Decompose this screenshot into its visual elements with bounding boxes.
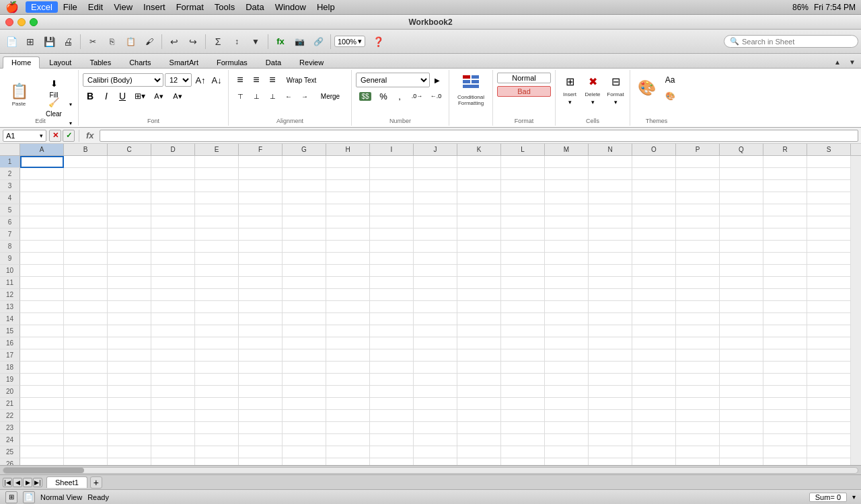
cell-Q12[interactable] (720, 289, 763, 301)
cell-D5[interactable] (151, 204, 195, 216)
cell-M2[interactable] (545, 168, 589, 180)
cell-B3[interactable] (64, 180, 108, 192)
cell-M13[interactable] (545, 301, 589, 313)
cell-C7[interactable] (108, 228, 151, 241)
cell-J23[interactable] (414, 422, 457, 434)
align-middle-btn[interactable]: ⊥ (249, 89, 264, 103)
cell-D22[interactable] (151, 410, 195, 422)
cell-S11[interactable] (807, 277, 851, 289)
cell-A4[interactable] (20, 192, 64, 204)
cell-R13[interactable] (763, 301, 807, 313)
cell-L2[interactable] (501, 168, 545, 180)
font-grow-btn[interactable]: A↑ (193, 73, 208, 87)
cell-H26[interactable] (326, 458, 370, 465)
cell-R26[interactable] (763, 458, 807, 465)
cell-B4[interactable] (64, 192, 108, 204)
toolbar-print[interactable]: 🖨 (59, 33, 77, 50)
cell-K9[interactable] (457, 253, 501, 265)
decrease-decimal-btn[interactable]: ←.0 (427, 89, 445, 103)
cell-M21[interactable] (545, 398, 589, 410)
cell-H14[interactable] (326, 313, 370, 325)
cell-M7[interactable] (545, 228, 589, 241)
cell-I24[interactable] (370, 434, 414, 446)
cell-L22[interactable] (501, 410, 545, 422)
fill-button[interactable]: ⬇ Fill ▾ (34, 77, 74, 94)
cell-H22[interactable] (326, 410, 370, 422)
currency-btn[interactable]: $$ (356, 89, 375, 103)
cell-K6[interactable] (457, 216, 501, 228)
cell-A6[interactable] (20, 216, 64, 228)
conditional-formatting-btn[interactable]: ConditionalFormatting (453, 73, 488, 109)
cell-S16[interactable] (807, 337, 851, 349)
cell-K18[interactable] (457, 362, 501, 374)
cell-L19[interactable] (501, 374, 545, 386)
cell-L4[interactable] (501, 192, 545, 204)
row-number-6[interactable]: 6 (0, 216, 20, 228)
cell-R16[interactable] (763, 337, 807, 349)
cell-L16[interactable] (501, 337, 545, 349)
indent-increase-btn[interactable]: → (297, 89, 312, 103)
cell-R20[interactable] (763, 386, 807, 398)
cell-C6[interactable] (108, 216, 151, 228)
cell-G25[interactable] (283, 446, 326, 458)
cell-L8[interactable] (501, 241, 545, 253)
cell-A14[interactable] (20, 313, 64, 325)
color-themes-btn[interactable]: 🎨 (661, 89, 679, 103)
cell-O18[interactable] (632, 362, 676, 374)
tab-data[interactable]: Data (257, 56, 290, 68)
number-format-expand-btn[interactable]: ▶ (431, 73, 443, 87)
menu-file[interactable]: File (58, 1, 83, 13)
cell-L14[interactable] (501, 313, 545, 325)
cell-H17[interactable] (326, 349, 370, 362)
cell-G7[interactable] (283, 228, 326, 241)
sheet-nav-next[interactable]: ▶ (23, 478, 32, 487)
cell-H24[interactable] (326, 434, 370, 446)
cell-S12[interactable] (807, 289, 851, 301)
row-number-18[interactable]: 18 (0, 362, 20, 374)
cell-J5[interactable] (414, 204, 457, 216)
format-cells-btn[interactable]: ⊟ (605, 73, 626, 90)
cell-L15[interactable] (501, 325, 545, 337)
cell-N6[interactable] (589, 216, 632, 228)
hscroll-thumb[interactable] (3, 468, 84, 473)
cell-F7[interactable] (239, 228, 283, 241)
cell-H5[interactable] (326, 204, 370, 216)
apple-menu-icon[interactable]: 🍎 (5, 1, 19, 13)
row-number-13[interactable]: 13 (0, 301, 20, 313)
cell-P23[interactable] (676, 422, 720, 434)
cell-J2[interactable] (414, 168, 457, 180)
cell-O2[interactable] (632, 168, 676, 180)
toolbar-camera[interactable]: 📷 (291, 33, 308, 50)
toolbar-new-sheet[interactable]: 📄 (3, 33, 20, 50)
cell-G21[interactable] (283, 398, 326, 410)
toolbar-copy[interactable]: ⎘ (103, 33, 120, 50)
cell-F8[interactable] (239, 241, 283, 253)
cell-P18[interactable] (676, 362, 720, 374)
cell-B16[interactable] (64, 337, 108, 349)
cell-J22[interactable] (414, 410, 457, 422)
cell-F20[interactable] (239, 386, 283, 398)
cell-L10[interactable] (501, 265, 545, 277)
cell-D25[interactable] (151, 446, 195, 458)
delete-dropdown-icon[interactable]: ▾ (591, 99, 595, 106)
cell-N5[interactable] (589, 204, 632, 216)
cell-reference-box[interactable]: A1 ▾ (3, 130, 46, 142)
cell-S14[interactable] (807, 313, 851, 325)
cell-O7[interactable] (632, 228, 676, 241)
cell-I6[interactable] (370, 216, 414, 228)
cell-S2[interactable] (807, 168, 851, 180)
cell-F5[interactable] (239, 204, 283, 216)
cell-H15[interactable] (326, 325, 370, 337)
cell-B18[interactable] (64, 362, 108, 374)
cell-S9[interactable] (807, 253, 851, 265)
cell-B14[interactable] (64, 313, 108, 325)
cell-I2[interactable] (370, 168, 414, 180)
cell-I14[interactable] (370, 313, 414, 325)
wrap-text-btn[interactable]: Wrap Text (281, 73, 322, 87)
cell-Q21[interactable] (720, 398, 763, 410)
align-center-btn[interactable]: ≡ (249, 73, 264, 87)
style-bad[interactable]: Bad (497, 86, 551, 97)
cell-D10[interactable] (151, 265, 195, 277)
cell-E11[interactable] (195, 277, 239, 289)
cell-M16[interactable] (545, 337, 589, 349)
